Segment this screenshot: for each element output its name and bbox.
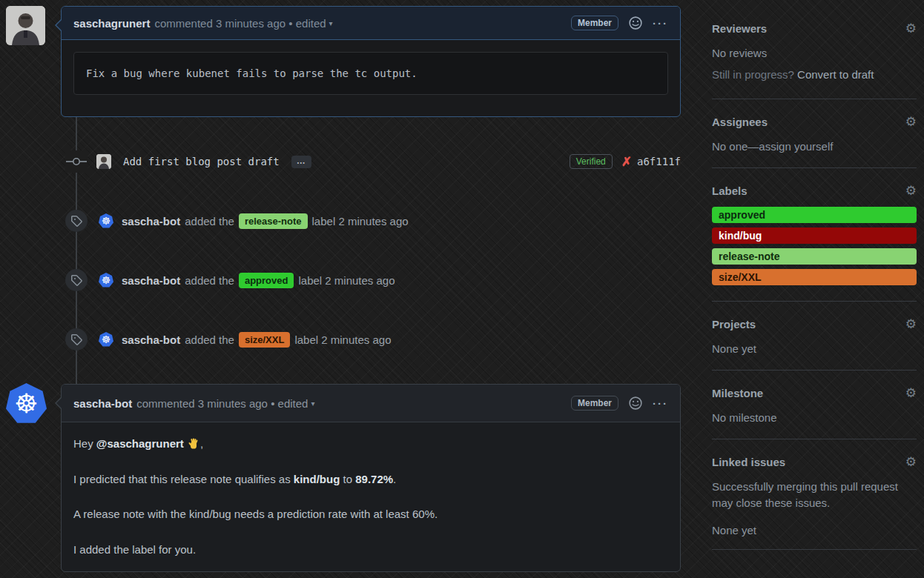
commit-author-avatar[interactable] [96,154,111,169]
event-actor-link[interactable]: sascha-bot [122,333,180,346]
pr-conversation-page: saschagrunert commented 3 minutes ago • … [0,0,924,578]
draft-hint-text: Still in progress? [712,68,797,81]
reviewers-gear-icon[interactable]: ⚙ [905,22,917,35]
linked-issues-title: Linked issues [712,456,785,468]
git-commit-icon [65,150,88,173]
projects-title: Projects [712,318,756,330]
milestone-gear-icon[interactable]: ⚙ [905,387,917,399]
projects-gear-icon[interactable]: ⚙ [905,318,917,330]
sascha-bot-avatar-large[interactable]: ☸ [6,383,47,424]
draft-hint: Still in progress? Convert to draft [712,68,917,81]
labels-list: approved kind/bug release-note size/XXL [712,207,917,285]
person-photo-icon [6,6,45,45]
linked-issues-description: Successfully merging this pull request m… [712,479,917,511]
greeting-text: Hey [73,437,96,450]
label-event-row: ☸ sascha-bot added the size/XXL label 2 … [65,328,673,351]
sidebar-label-release-note[interactable]: release-note [712,248,917,265]
sidebar-divider [712,301,917,302]
tag-icon [65,328,88,351]
milestone-section-header: Milestone ⚙ [712,387,917,399]
comment-options-button[interactable]: ··· [653,17,668,30]
wave-emoji [187,438,200,450]
kind-bug-bold: kind/bug [294,473,340,485]
no-linked-issues-text: None yet [712,524,917,537]
event-action-text: added the [185,215,234,227]
event-time-text: label 2 minutes ago [298,274,395,287]
event-actor-link[interactable]: sascha-bot [122,274,180,287]
sidebar-divider [712,167,917,168]
member-badge: Member [571,396,618,411]
event-time-text: label 2 minutes ago [312,215,409,227]
event-actor-link[interactable]: sascha-bot [122,215,180,227]
threshold-paragraph: A release note with the kind/bug needs a… [73,506,668,523]
person-photo-icon [96,154,111,169]
commit-message-link[interactable]: Add first blog post draft [123,156,280,167]
label-event-row: ☸ sascha-bot added the release-note labe… [65,210,673,232]
closing-paragraph: I added the label for you. [73,542,668,559]
sidebar-label-size-xxl[interactable]: size/XXL [712,269,917,285]
edited-dropdown-caret[interactable]: ▾ [329,19,333,27]
reviewers-section-header: Reviewers ⚙ [712,22,917,35]
ci-failed-x-icon[interactable]: ✗ [621,154,632,170]
event-time-text: label 2 minutes ago [294,333,391,346]
linked-issues-section-header: Linked issues ⚙ [712,456,917,468]
prediction-text: . [393,473,396,485]
mention-link[interactable]: @saschagrunert [96,437,184,450]
release-note-code-block: Fix a bug where kubenet fails to parse t… [73,52,668,95]
smiley-icon [629,396,642,410]
sascha-bot-avatar[interactable]: ☸ [99,273,113,288]
label-pill[interactable]: release-note [239,213,308,229]
commit-row: Add first blog post draft … Verified ✗ a… [65,150,681,173]
greeting-comma: , [200,437,203,450]
prediction-text: to [340,473,355,485]
comment-author-link[interactable]: sascha-bot [73,397,132,410]
assignees-section-header: Assignees ⚙ [712,116,917,128]
projects-section-header: Projects ⚙ [712,318,917,330]
percentage-bold: 89.72% [355,473,393,485]
no-reviews-text: No reviews [712,47,917,59]
comment-body: Hey @saschagrunert , I predicted that th… [62,422,680,578]
sidebar-divider [712,439,917,439]
no-assignees-text[interactable]: No one—assign yourself [712,140,917,153]
sascha-bot-avatar[interactable]: ☸ [99,213,113,228]
label-pill[interactable]: size/XXL [239,332,290,348]
greeting-paragraph: Hey @saschagrunert , [73,436,668,453]
prediction-paragraph: I predicted that this release note quali… [73,471,668,488]
avatar-saschagrunert[interactable] [6,6,45,45]
event-action-text: added the [185,333,234,346]
edited-dropdown-caret[interactable]: ▾ [311,399,314,408]
comment-saschagrunert: saschagrunert commented 3 minutes ago • … [61,6,681,117]
sidebar-divider [712,99,917,99]
label-event-row: ☸ sascha-bot added the approved label 2 … [65,269,673,291]
commit-expand-button[interactable]: … [291,156,311,168]
comment-sascha-bot: sascha-bot commented 3 minutes ago • edi… [61,384,681,572]
no-milestone-text: No milestone [712,411,917,424]
sidebar-divider [712,370,917,371]
label-pill[interactable]: approved [239,273,294,288]
assignees-title: Assignees [712,116,768,128]
comment-meta: commented 3 minutes ago • edited [136,397,308,410]
comment-author-link[interactable]: saschagrunert [73,17,150,30]
commit-sha-link[interactable]: a6f111f [637,156,681,167]
sidebar-label-approved[interactable]: approved [712,207,917,223]
verified-badge[interactable]: Verified [570,154,613,169]
tag-icon [65,210,88,232]
sascha-bot-avatar[interactable]: ☸ [99,332,113,347]
add-reaction-button[interactable] [629,16,642,30]
prediction-text: I predicted that this release note quali… [73,473,294,485]
bubble-caret [56,397,62,409]
labels-gear-icon[interactable]: ⚙ [905,185,917,197]
comment-meta: commented 3 minutes ago • edited [154,17,326,30]
no-projects-text: None yet [712,342,917,355]
comment-options-button[interactable]: ··· [653,397,668,410]
add-reaction-button[interactable] [629,396,642,410]
linked-issues-gear-icon[interactable]: ⚙ [905,456,917,468]
smiley-icon [629,16,642,30]
labels-title: Labels [712,185,748,197]
event-action-text: added the [185,274,234,287]
assignees-gear-icon[interactable]: ⚙ [905,116,917,128]
convert-to-draft-link[interactable]: Convert to draft [797,68,874,81]
labels-section-header: Labels ⚙ [712,185,917,197]
sidebar-label-kind-bug[interactable]: kind/bug [712,227,917,244]
comment-header: saschagrunert commented 3 minutes ago • … [62,7,680,40]
